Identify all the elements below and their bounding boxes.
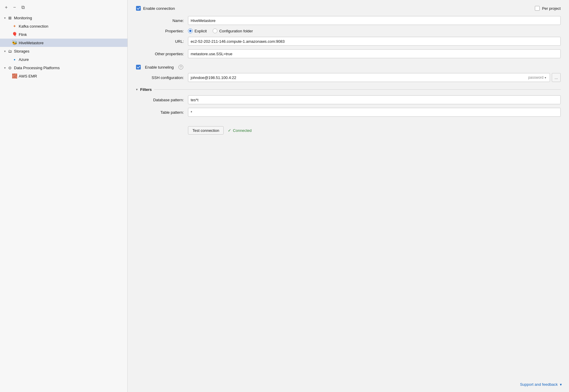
storages-icon: 🗂 xyxy=(7,48,12,54)
explicit-radio-dot xyxy=(188,29,193,33)
toolbar: + − ⧉ xyxy=(0,2,127,13)
test-connection-button[interactable]: Test connection xyxy=(188,126,224,135)
connected-label: Connected xyxy=(233,128,252,133)
chevron-storages: ▾ xyxy=(2,49,7,53)
enable-tunneling-checkbox[interactable] xyxy=(136,65,141,69)
hive-label: HiveMetastore xyxy=(19,41,44,45)
config-folder-radio-dot xyxy=(213,29,217,33)
database-pattern-input[interactable] xyxy=(188,95,561,104)
help-icon[interactable]: ? xyxy=(178,65,183,69)
spacer-1 xyxy=(136,62,561,65)
ssh-config-label: SSH configuration: xyxy=(136,75,188,80)
data-processing-label: Data Processing Platforms xyxy=(14,66,60,70)
flink-icon: 🎈 xyxy=(12,32,17,37)
table-pattern-label: Table pattern: xyxy=(136,110,188,115)
tree-container: ▾ ⊞ Monitoring ✦ Kafka connection 🎈 Flin… xyxy=(0,13,127,390)
url-label: URL: xyxy=(136,39,188,44)
hive-icon: 🐝 xyxy=(12,40,17,45)
left-panel: + − ⧉ ▾ ⊞ Monitoring ✦ Kafka connection … xyxy=(0,0,128,392)
ssh-select-wrapper: johndoe@198.51.100.4:22 password ▾ ... xyxy=(188,73,561,82)
per-project-label: Per project xyxy=(542,6,561,11)
ssh-config-value: johndoe@198.51.100.4:22 xyxy=(191,75,527,80)
table-pattern-row: Table pattern: xyxy=(136,108,561,117)
chevron-monitoring: ▾ xyxy=(2,15,7,20)
connected-check-icon: ✓ xyxy=(228,128,231,133)
explicit-radio-option[interactable]: Explicit xyxy=(188,29,207,33)
ssh-config-select[interactable]: johndoe@198.51.100.4:22 password ▾ xyxy=(188,73,550,82)
properties-row: Properties: Explicit Configuration folde… xyxy=(136,29,561,33)
azure-icon: ▪ xyxy=(12,57,17,62)
explicit-label: Explicit xyxy=(195,29,207,33)
tree-node-storages[interactable]: ▾ 🗂 Storages xyxy=(0,47,127,55)
top-bar: Enable connection Per project xyxy=(136,6,561,11)
spacer-2 xyxy=(136,120,561,124)
ssh-dots-button[interactable]: ... xyxy=(552,73,561,82)
enable-connection-checkbox[interactable] xyxy=(136,6,141,11)
data-processing-icon: ⊙ xyxy=(7,65,12,70)
chevron-data-processing: ▾ xyxy=(2,65,7,70)
config-folder-radio-option[interactable]: Configuration folder xyxy=(213,29,253,33)
table-pattern-input[interactable] xyxy=(188,108,561,117)
monitoring-label: Monitoring xyxy=(14,16,32,20)
filters-chevron-icon: ▾ xyxy=(136,88,138,91)
url-input[interactable] xyxy=(188,37,561,46)
main-container: + − ⧉ ▾ ⊞ Monitoring ✦ Kafka connection … xyxy=(0,0,569,392)
connected-status: ✓ Connected xyxy=(228,128,252,133)
tree-node-azure[interactable]: ▪ Azure xyxy=(0,55,127,64)
ssh-password-badge: password xyxy=(528,75,543,80)
name-label: Name: xyxy=(136,18,188,23)
other-properties-input[interactable] xyxy=(188,49,561,58)
per-project-checkbox[interactable] xyxy=(535,6,540,11)
aws-emr-icon: 🧱 xyxy=(12,73,17,79)
name-input[interactable] xyxy=(188,16,561,25)
support-footer[interactable]: Support and feedback ▼ xyxy=(520,382,562,387)
add-button[interactable]: + xyxy=(3,4,10,11)
tree-node-monitoring[interactable]: ▾ ⊞ Monitoring xyxy=(0,14,127,22)
aws-emr-label: AWS EMR xyxy=(19,74,37,78)
filters-header: ▾ Filters xyxy=(136,87,561,92)
enable-tunneling-row: Enable tunneling ? xyxy=(136,65,561,69)
copy-button[interactable]: ⧉ xyxy=(20,4,26,11)
tree-node-hivemetastore[interactable]: 🐝 HiveMetastore xyxy=(0,39,127,47)
ssh-dropdown-arrow-icon: ▾ xyxy=(543,76,547,79)
config-folder-label: Configuration folder xyxy=(219,29,253,33)
database-pattern-label: Database pattern: xyxy=(136,98,188,102)
support-arrow-icon: ▼ xyxy=(559,383,562,386)
tree-node-data-processing[interactable]: ▾ ⊙ Data Processing Platforms xyxy=(0,64,127,72)
name-row: Name: xyxy=(136,16,561,25)
ssh-configuration-row: SSH configuration: johndoe@198.51.100.4:… xyxy=(136,73,561,82)
url-row: URL: xyxy=(136,37,561,46)
kafka-label: Kafka connection xyxy=(19,24,48,29)
support-label: Support and feedback xyxy=(520,382,558,387)
storages-label: Storages xyxy=(14,49,29,53)
flink-label: Flink xyxy=(19,32,27,37)
properties-label: Properties: xyxy=(136,29,188,33)
filters-divider xyxy=(154,89,561,90)
enable-connection-label: Enable connection xyxy=(143,6,175,11)
filters-label: Filters xyxy=(140,87,152,92)
enable-tunneling-label: Enable tunneling xyxy=(145,65,174,69)
remove-button[interactable]: − xyxy=(11,4,18,11)
enable-connection-row: Enable connection xyxy=(136,6,175,11)
tree-node-flink[interactable]: 🎈 Flink xyxy=(0,30,127,39)
kafka-icon: ✦ xyxy=(12,23,17,29)
azure-label: Azure xyxy=(19,57,29,62)
database-pattern-row: Database pattern: xyxy=(136,95,561,104)
right-panel: Enable connection Per project Name: Prop… xyxy=(128,0,569,392)
other-properties-row: Other properties: xyxy=(136,49,561,58)
properties-radio-group: Explicit Configuration folder xyxy=(188,29,253,33)
per-project-row: Per project xyxy=(535,6,561,11)
tree-node-kafka[interactable]: ✦ Kafka connection xyxy=(0,22,127,30)
monitoring-icon: ⊞ xyxy=(7,15,12,20)
other-properties-label: Other properties: xyxy=(136,52,188,56)
tree-node-aws-emr[interactable]: 🧱 AWS EMR xyxy=(0,72,127,80)
test-connection-row: Test connection ✓ Connected xyxy=(136,126,561,135)
